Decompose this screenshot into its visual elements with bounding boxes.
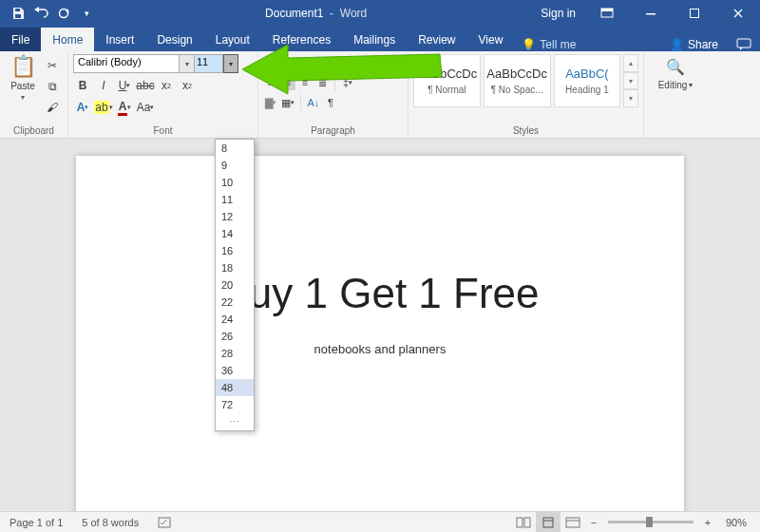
spellcheck-icon[interactable]	[148, 516, 182, 529]
tab-view[interactable]: View	[467, 28, 515, 51]
font-size-dropdown-button[interactable]: ▾	[223, 54, 238, 73]
document-heading[interactable]: Buy 1 Get 1 Free	[142, 270, 618, 317]
justify-button[interactable]: ≣	[314, 75, 330, 90]
font-size-option[interactable]: 14	[216, 225, 254, 242]
style-no-spacing[interactable]: AaBbCcDc ¶ No Spac...	[484, 54, 551, 107]
tell-me[interactable]: 💡 Tell me	[514, 38, 583, 51]
underline-button[interactable]: U▾	[115, 76, 134, 95]
zoom-in-button[interactable]: +	[699, 517, 716, 528]
font-size-option[interactable]: 16	[216, 242, 254, 259]
save-icon[interactable]	[8, 3, 28, 24]
shading-button[interactable]: ▇▾	[263, 95, 278, 110]
increase-indent-button[interactable]: ⇥	[340, 55, 355, 70]
subscript-button[interactable]: x2	[157, 76, 176, 95]
font-size-option[interactable]: 28	[216, 345, 254, 362]
font-size-option[interactable]: 72	[216, 396, 254, 413]
zoom-level[interactable]: 90%	[716, 517, 760, 528]
style-normal[interactable]: AaBbCcDc ¶ Normal	[413, 54, 481, 107]
strikethrough-button[interactable]: abc	[136, 76, 155, 95]
font-size-option[interactable]: 9	[216, 157, 254, 174]
read-mode-icon[interactable]	[511, 512, 536, 533]
group-label-font: Font	[73, 124, 253, 138]
redo-icon[interactable]	[53, 3, 74, 24]
font-size-option[interactable]: 10	[216, 174, 254, 191]
document-paragraph[interactable]: notebooks and planners	[142, 342, 618, 356]
style-preview: AaBbCcDc	[417, 66, 478, 81]
zoom-out-button[interactable]: −	[585, 517, 602, 528]
font-size-option[interactable]: 36	[216, 362, 254, 379]
word-count-status[interactable]: 5 of 8 words	[72, 517, 148, 528]
decrease-indent-button[interactable]: ⇤	[323, 55, 338, 70]
font-color-button[interactable]: A▾	[115, 98, 134, 117]
web-layout-icon[interactable]	[560, 512, 585, 533]
editing-button[interactable]: 🔍 Editing▾	[649, 54, 702, 90]
styles-expand-icon[interactable]: ▾	[623, 89, 638, 107]
styles-scroll-down-icon[interactable]: ▾	[623, 72, 638, 90]
tab-references[interactable]: References	[261, 28, 342, 51]
line-spacing-button[interactable]: ‡▾	[340, 75, 355, 90]
font-size-option[interactable]: 22	[216, 294, 254, 311]
styles-scroll-up-icon[interactable]: ▴	[623, 54, 638, 72]
bold-button[interactable]: B	[73, 76, 92, 95]
page[interactable]: Buy 1 Get 1 Free notebooks and planners	[76, 156, 684, 511]
bullets-button[interactable]: •☰	[263, 55, 278, 70]
font-size-option[interactable]: 48	[216, 379, 254, 396]
tab-home[interactable]: Home	[41, 28, 94, 51]
undo-icon[interactable]	[30, 3, 51, 24]
font-size-option[interactable]: 20	[216, 276, 254, 294]
font-size-input[interactable]: 11	[195, 54, 223, 73]
tab-insert[interactable]: Insert	[94, 28, 145, 51]
cut-icon[interactable]: ✂	[43, 56, 62, 75]
font-name-input[interactable]: Calibri (Body) ▾	[73, 54, 195, 73]
font-size-option[interactable]: 26	[216, 328, 254, 345]
sort-button[interactable]: A↓	[306, 95, 321, 110]
qat-customize-icon[interactable]: ▾	[76, 3, 97, 24]
group-font: Calibri (Body) ▾ 11 ▾ B I U▾ abc x2 x2 A…	[68, 51, 258, 138]
document-area[interactable]: Buy 1 Get 1 Free notebooks and planners	[0, 139, 760, 511]
comments-button[interactable]	[728, 38, 760, 51]
close-button[interactable]	[716, 0, 760, 27]
tab-review[interactable]: Review	[407, 28, 466, 51]
text-effects-button[interactable]: A▾	[73, 98, 92, 117]
font-name-dropdown-icon[interactable]: ▾	[179, 55, 194, 72]
tab-design[interactable]: Design	[145, 28, 203, 51]
page-number-status[interactable]: Page 1 of 1	[0, 517, 72, 528]
highlight-button[interactable]: ab▾	[94, 98, 113, 117]
find-icon: 🔍	[666, 58, 685, 76]
sign-in-button[interactable]: Sign in	[531, 0, 585, 27]
document-name: Document1	[265, 7, 323, 20]
tab-layout[interactable]: Layout	[204, 28, 261, 51]
font-size-option[interactable]: 18	[216, 259, 254, 276]
tab-mailings[interactable]: Mailings	[342, 28, 407, 51]
multilevel-list-button[interactable]: ☰	[297, 55, 313, 70]
superscript-button[interactable]: x2	[178, 76, 197, 95]
font-size-option[interactable]: 8	[216, 140, 254, 157]
font-size-option[interactable]: 11	[216, 191, 254, 208]
style-name: ¶ Normal	[428, 85, 466, 95]
zoom-slider[interactable]	[608, 521, 694, 523]
align-right-button[interactable]: ≡	[297, 75, 313, 90]
format-painter-icon[interactable]: 🖌	[43, 98, 62, 117]
align-center-button[interactable]: ≡	[280, 75, 295, 90]
borders-button[interactable]: ▦▾	[280, 95, 295, 110]
ribbon-display-options-icon[interactable]	[585, 0, 629, 27]
change-case-button[interactable]: Aa▾	[136, 98, 155, 117]
numbering-button[interactable]: 1☰	[280, 55, 295, 70]
minimize-button[interactable]	[629, 0, 673, 27]
font-size-option[interactable]: 12	[216, 208, 254, 225]
style-heading1[interactable]: AaBbC( Heading 1	[554, 54, 621, 107]
copy-icon[interactable]: ⧉	[43, 77, 62, 96]
share-button[interactable]: 👤 Share	[660, 38, 728, 51]
style-preview: AaBbC(	[565, 66, 609, 81]
tab-file[interactable]: File	[0, 28, 41, 51]
font-size-dropdown[interactable]: 891011121416182022242628364872⋯	[215, 139, 255, 431]
svg-rect-6	[691, 10, 699, 18]
font-size-more: ⋯	[216, 413, 254, 430]
show-hide-button[interactable]: ¶	[323, 95, 338, 110]
font-size-option[interactable]: 24	[216, 311, 254, 328]
maximize-button[interactable]	[673, 0, 716, 27]
align-left-button[interactable]: ≡	[263, 75, 278, 90]
paste-button[interactable]: 📋 Paste ▾	[5, 54, 41, 117]
italic-button[interactable]: I	[94, 76, 113, 95]
print-layout-icon[interactable]	[536, 512, 560, 533]
